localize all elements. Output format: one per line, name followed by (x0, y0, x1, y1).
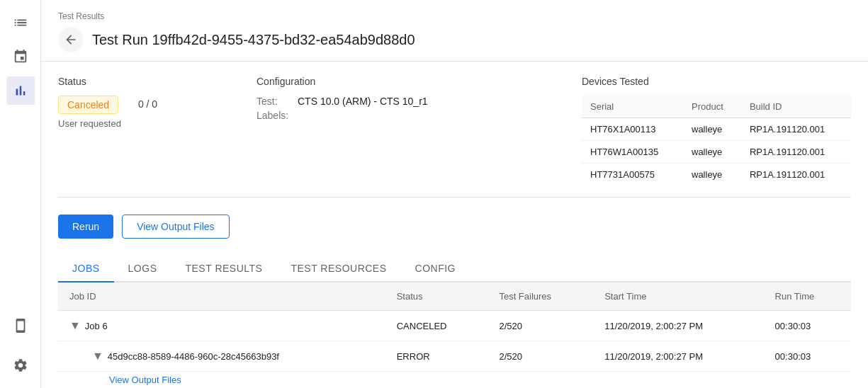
main-content: Test Results Test Run 19ffb42d-9455-4375… (41, 0, 868, 388)
col-run-time: Run Time (764, 283, 851, 311)
device-build-id: RP1A.191120.001 (741, 141, 851, 164)
test-value: CTS 10.0 (ARM) - CTS 10_r1 (298, 96, 428, 107)
devices-table: Serial Product Build ID HT76X1A00113 wal… (582, 96, 851, 186)
jobs-table: Job ID Status Test Failures Start Time R… (58, 283, 851, 388)
page-title: Test Run 19ffb42d-9455-4375-bd32-ea54ab9… (92, 32, 415, 48)
col-status: Status (385, 283, 488, 311)
config-section: Configuration Test: CTS 10.0 (ARM) - CTS… (257, 76, 582, 186)
sidebar-item-settings[interactable] (6, 351, 35, 380)
tab-config[interactable]: Config (401, 256, 470, 283)
test-label: Test: (257, 96, 292, 107)
status-heading: Status (58, 76, 257, 87)
devices-col-product: Product (683, 96, 741, 118)
tab-test-resources[interactable]: Test Resources (276, 256, 400, 283)
sub-job-run-time: 00:30:03 (764, 341, 851, 372)
sidebar-item-phone[interactable] (6, 312, 35, 340)
job-start-time: 11/20/2019, 2:00:27 PM (593, 311, 763, 341)
sidebar-item-chart[interactable] (6, 76, 35, 105)
job-status: CANCELED (385, 311, 488, 341)
job-run-time: 00:30:03 (764, 311, 851, 341)
breadcrumb: Test Results (58, 11, 851, 21)
sub-job-id-cell: ▼ 45d9cc88-8589-4486-960c-28c45663b93f (58, 341, 385, 372)
sub-job-start-time: 11/20/2019, 2:00:27 PM (593, 341, 763, 372)
devices-heading: Devices Tested (582, 76, 851, 87)
tab-test-results[interactable]: Test Results (171, 256, 276, 283)
expand-icon[interactable]: ▼ (92, 350, 103, 363)
sidebar-item-list[interactable] (6, 8, 35, 37)
device-product: walleye (683, 164, 741, 186)
table-row: HT76W1A00135 walleye RP1A.191120.001 (582, 141, 851, 164)
table-row: View Output Files (58, 372, 851, 389)
sidebar (0, 0, 41, 388)
table-row: ▼ Job 6 CANCELED 2/520 11/20/2019, 2:00:… (58, 311, 851, 341)
devices-col-serial: Serial (582, 96, 683, 118)
job-test-failures: 2/520 (487, 311, 593, 341)
view-output-link[interactable]: View Output Files (109, 375, 181, 385)
table-row: HT7731A00575 walleye RP1A.191120.001 (582, 164, 851, 186)
device-product: walleye (683, 141, 741, 164)
sub-job-name: 45d9cc88-8589-4486-960c-28c45663b93f (108, 351, 279, 362)
status-section: Status Canceled User requested 0 / 0 (58, 76, 257, 186)
col-test-failures: Test Failures (487, 283, 593, 311)
sub-job-test-failures: 2/520 (487, 341, 593, 372)
table-row: HT76X1A00113 walleye RP1A.191120.001 (582, 118, 851, 141)
device-build-id: RP1A.191120.001 (741, 164, 851, 186)
back-button[interactable] (58, 27, 84, 52)
tab-logs[interactable]: Logs (114, 256, 171, 283)
config-heading: Configuration (257, 76, 582, 87)
actions-row: Rerun View Output Files (58, 215, 851, 239)
col-start-time: Start Time (593, 283, 763, 311)
info-grid: Status Canceled User requested 0 / 0 Con… (58, 76, 851, 198)
sidebar-item-calendar[interactable] (6, 42, 35, 71)
view-output-button[interactable]: View Output Files (122, 215, 229, 239)
job-name: Job 6 (85, 321, 108, 331)
device-serial: HT76W1A00135 (582, 141, 683, 164)
rerun-button[interactable]: Rerun (58, 215, 113, 239)
status-sub: User requested (58, 118, 121, 129)
job-id-cell: ▼ Job 6 (58, 311, 385, 341)
tab-jobs[interactable]: Jobs (58, 256, 114, 283)
sub-job-status: ERROR (385, 341, 488, 372)
content-area: Status Canceled User requested 0 / 0 Con… (41, 62, 868, 388)
table-row: ▼ 45d9cc88-8589-4486-960c-28c45663b93f E… (58, 341, 851, 372)
tabs: JobsLogsTest ResultsTest ResourcesConfig (58, 256, 851, 283)
devices-col-build: Build ID (741, 96, 851, 118)
progress-text: 0 / 0 (138, 98, 157, 110)
device-serial: HT76X1A00113 (582, 118, 683, 141)
device-product: walleye (683, 118, 741, 141)
labels-label: Labels: (257, 110, 292, 121)
status-badge: Canceled (58, 96, 118, 114)
header: Test Results Test Run 19ffb42d-9455-4375… (41, 0, 868, 62)
expand-icon[interactable]: ▼ (69, 319, 81, 332)
devices-section: Devices Tested Serial Product Build ID H… (582, 76, 851, 186)
device-serial: HT7731A00575 (582, 164, 683, 186)
col-job-id: Job ID (58, 283, 385, 311)
device-build-id: RP1A.191120.001 (741, 118, 851, 141)
